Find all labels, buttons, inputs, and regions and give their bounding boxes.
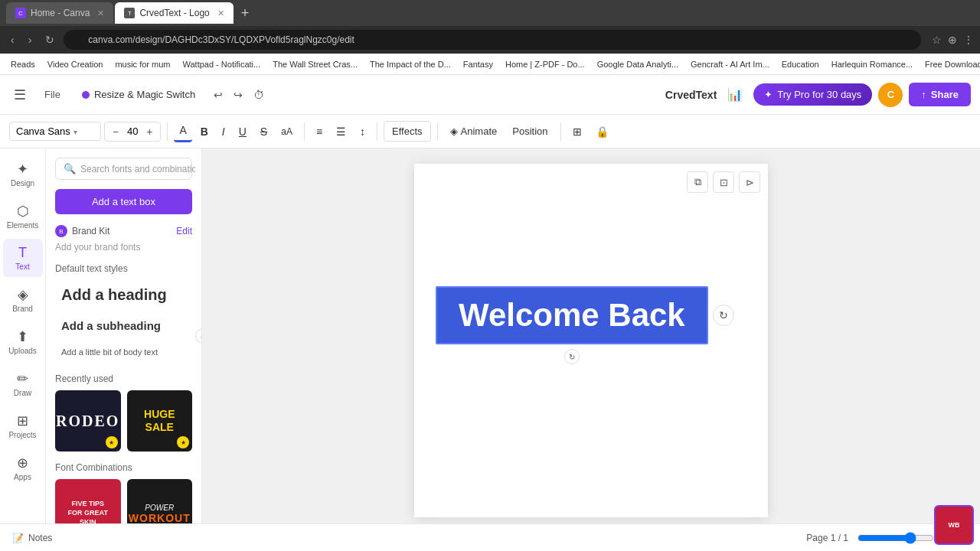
underline-button[interactable]: U (234, 122, 252, 142)
tab-home-canva[interactable]: C Home - Canva ✕ (6, 2, 113, 24)
tab-close-crvedtext[interactable]: ✕ (217, 8, 224, 18)
add-fonts-link[interactable]: Add your brand fonts (55, 242, 192, 253)
bookmark-education[interactable]: Education (777, 58, 824, 70)
font-size-decrease[interactable]: − (109, 124, 122, 139)
resize-handle-bottom[interactable]: ↻ (564, 349, 580, 364)
bookmark-harlequin[interactable]: Harlequin Romance... (827, 58, 917, 70)
draw-label: Draw (14, 389, 31, 397)
app-topbar: ☰ File Resize & Magic Switch ↩ ↪ ⏱ Crved… (0, 75, 980, 115)
bookmark-google-data[interactable]: Google Data Analyti... (593, 58, 683, 70)
sidebar-item-elements[interactable]: ⬡ Elements (3, 197, 43, 236)
bookmark-impact[interactable]: The Impact of the D... (365, 58, 456, 70)
tab-crvedtext-label: CrvedText - Logo (139, 8, 209, 18)
bookmark-wattpad[interactable]: Wattpad - Notificati... (178, 58, 266, 70)
thumbnail-preview[interactable]: WB (934, 505, 974, 545)
reload-button[interactable]: ↻ (41, 31, 59, 49)
uploads-label: Uploads (8, 347, 37, 355)
magic-resize-button[interactable]: Resize & Magic Switch (74, 84, 203, 105)
tab-crvedtext[interactable]: T CrvedText - Logo ✕ (115, 2, 233, 24)
extensions-icon[interactable]: ⊕ (948, 34, 957, 46)
forward-button[interactable]: › (24, 31, 37, 49)
bookmark-reads[interactable]: Reads (6, 58, 40, 70)
italic-button[interactable]: I (217, 122, 230, 142)
bookmark-gencraft[interactable]: Gencraft - AI Art Im... (686, 58, 774, 70)
animate-button[interactable]: ◈ Animate (444, 122, 504, 141)
canvas-copy-button[interactable]: ⧉ (687, 171, 708, 193)
back-button[interactable]: ‹ (6, 31, 19, 49)
redo-button[interactable]: ↪ (229, 84, 247, 106)
bookmark-wsj[interactable]: The Wall Street Cras... (268, 58, 362, 70)
bookmark-zpdf[interactable]: Home | Z-PDF - Do... (501, 58, 590, 70)
body-style-item[interactable]: Add a little bit of body text (55, 341, 192, 363)
add-text-button[interactable]: Add a text box (55, 189, 192, 214)
sidebar-item-design[interactable]: ✦ Design (3, 155, 43, 194)
bookmark-icon[interactable]: ☆ (932, 34, 942, 46)
bookmark-music[interactable]: music for mum (110, 58, 175, 70)
search-input[interactable] (80, 164, 195, 174)
sidebar-item-apps[interactable]: ⊕ Apps (3, 448, 43, 487)
try-pro-icon: ✦ (764, 89, 773, 100)
tab-close-home[interactable]: ✕ (97, 8, 104, 18)
font-selector[interactable]: Canva Sans (9, 122, 101, 141)
avatar[interactable]: C (878, 83, 903, 107)
lock-button[interactable]: 🔒 (590, 122, 614, 142)
bookmark-fantasy[interactable]: Fantasy (459, 58, 498, 70)
strikethrough-button[interactable]: S (255, 122, 273, 142)
text-element[interactable]: Welcome Back ↻ ↻ (436, 286, 708, 344)
analytics-button[interactable]: 📊 (723, 83, 747, 106)
share-button[interactable]: ↑ Share (909, 83, 971, 106)
bookmark-video[interactable]: Video Creation (43, 58, 108, 70)
page-indicator: Page 1 / 1 (806, 533, 848, 543)
crop-button[interactable]: ⊞ (567, 122, 587, 142)
five-tips-card[interactable]: FIVE TIPS FOR GREAT SKIN ★ (55, 479, 121, 523)
undo-button[interactable]: ↩ (209, 84, 227, 106)
bookmark-freedl[interactable]: Free Download Books (920, 58, 980, 70)
heading-style-item[interactable]: Add a heading (55, 280, 192, 310)
spacing-button[interactable]: ↕ (354, 122, 371, 142)
toolbar-divider-1 (167, 122, 168, 141)
align-button[interactable]: ≡ (311, 122, 328, 142)
timer-button[interactable]: ⏱ (249, 84, 269, 106)
menu-button[interactable]: ☰ (9, 82, 31, 108)
sidebar-item-uploads[interactable]: ⬆ Uploads (3, 322, 43, 361)
edit-link[interactable]: Edit (176, 226, 192, 236)
collapse-panel-button[interactable]: ❮ (195, 328, 202, 344)
bottom-bar: 📝 Notes Page 1 / 1 148% WB (0, 523, 980, 551)
file-menu-button[interactable]: File (37, 84, 68, 105)
notes-button[interactable]: 📝 Notes (12, 533, 52, 543)
canvas-text-content: Welcome Back (459, 297, 685, 334)
rodeo-font-card[interactable]: RODEO ★ (55, 390, 121, 452)
text-label: Text (15, 262, 29, 271)
bold-button[interactable]: B (195, 122, 214, 142)
huge-sale-font-card[interactable]: HUGE SALE ★ (127, 390, 193, 452)
new-tab-button[interactable]: + (235, 5, 256, 21)
subheading-style-item[interactable]: Add a subheading (55, 313, 192, 338)
position-button[interactable]: Position (506, 122, 554, 141)
search-box: 🔍 (55, 158, 192, 180)
sidebar-item-text[interactable]: T Text (3, 239, 43, 277)
sidebar-item-projects[interactable]: ⊞ Projects (3, 406, 43, 445)
power-workout-card[interactable]: POWER WORKOUT ★ (127, 479, 193, 523)
case-button[interactable]: aA (276, 122, 298, 141)
app-title: CrvedText (665, 89, 717, 101)
list-button[interactable]: ☰ (331, 122, 351, 142)
canvas-more-button[interactable]: ⊳ (739, 171, 760, 193)
settings-icon[interactable]: ⋮ (963, 34, 974, 46)
zoom-slider[interactable] (858, 532, 934, 544)
text-color-button[interactable]: A (174, 120, 191, 142)
canvas-duplicate-button[interactable]: ⊡ (713, 171, 734, 193)
sidebar-item-draw[interactable]: ✏ Draw (3, 364, 43, 403)
font-size-increase[interactable]: + (143, 124, 155, 139)
canva-favicon: C (15, 8, 26, 18)
bookmarks-bar: Reads Video Creation music for mum Wattp… (0, 54, 980, 75)
effects-button[interactable]: Effects (384, 121, 431, 142)
sidebar-item-brand[interactable]: ◈ Brand (3, 280, 43, 319)
rotate-handle[interactable]: ↻ (713, 305, 734, 326)
address-bar[interactable] (64, 30, 921, 50)
brand-kit-label: Brand Kit (72, 226, 109, 236)
default-text-styles: Add a heading Add a subheading Add a lit… (55, 280, 192, 363)
canvas-area[interactable]: ⧉ ⊡ ⊳ Welcome Back ↻ ↻ + + Add page (202, 148, 980, 523)
try-pro-button[interactable]: ✦ Try Pro for 30 days (753, 83, 872, 106)
brand-label: Brand (12, 305, 33, 313)
canvas-page: ⧉ ⊡ ⊳ Welcome Back ↻ ↻ (414, 164, 768, 517)
